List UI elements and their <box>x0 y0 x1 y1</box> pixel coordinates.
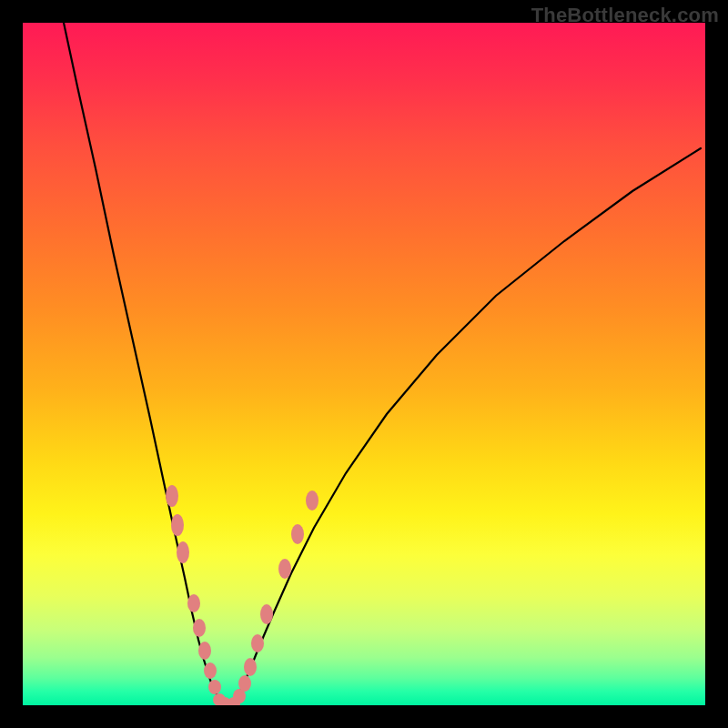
left-dot-4 <box>193 619 206 637</box>
chart-svg <box>23 23 705 705</box>
right-dot-4 <box>251 634 264 652</box>
right-dot-3 <box>244 658 257 676</box>
left-dot-6 <box>204 662 217 679</box>
left-dot-1 <box>171 514 184 536</box>
plot-area <box>23 23 705 705</box>
left-dot-2 <box>177 541 189 563</box>
right-dot-2 <box>238 675 251 692</box>
right-dot-7 <box>291 524 304 544</box>
left-dot-7 <box>208 680 221 694</box>
right-curve <box>234 148 701 702</box>
chart-frame: TheBottleneck.com <box>0 0 728 728</box>
left-dot-5 <box>198 642 211 660</box>
right-dot-8 <box>306 490 318 511</box>
watermark-text: TheBottleneck.com <box>531 4 719 27</box>
left-dot-0 <box>166 485 178 507</box>
right-dot-6 <box>278 559 291 579</box>
left-dot-3 <box>187 594 200 612</box>
right-dot-5 <box>260 604 273 624</box>
